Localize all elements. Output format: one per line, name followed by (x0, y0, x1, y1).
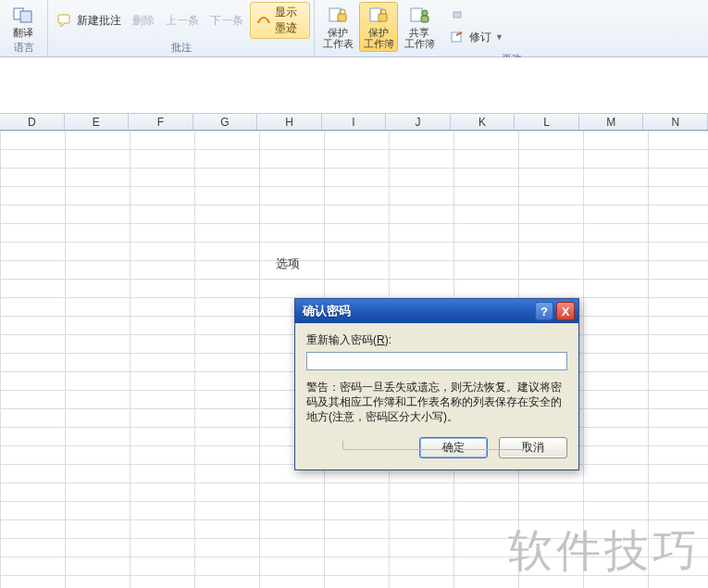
protect-sheet-icon (327, 5, 349, 25)
share-workbook-button[interactable]: 共享工作簿 (400, 2, 439, 52)
revisions-label: 修订 (469, 30, 491, 45)
delete-comment-button: 删除 (128, 10, 159, 31)
svg-point-8 (422, 10, 428, 16)
next-comment-button: 下一条 (205, 10, 248, 31)
dialog-titlebar[interactable]: 确认密码 ? X (295, 299, 578, 323)
svg-rect-4 (338, 14, 346, 21)
share-workbook-icon (408, 5, 430, 25)
lock-small-icon (449, 5, 466, 21)
svg-rect-9 (421, 16, 429, 22)
ribbon: 翻译 语言 新建批注 删除 上一条 下一条 (0, 0, 708, 57)
track-changes-button[interactable]: 修订 ▼ (444, 26, 508, 48)
new-comment-button[interactable]: 新建批注 (52, 9, 126, 31)
protect-workbook-icon (367, 5, 390, 25)
background-options-label: 选项 (276, 256, 300, 272)
new-comment-icon (56, 12, 73, 29)
protect-sheet-button[interactable]: 保护工作表 (318, 2, 357, 52)
password-label: 重新输入密码(R): (306, 332, 567, 348)
watermark: 软件技巧 (508, 521, 701, 581)
show-ink-label: 显示墨迹 (275, 5, 304, 36)
svg-rect-1 (20, 11, 31, 22)
protect-share-button (444, 2, 508, 24)
col-header[interactable]: M (579, 114, 644, 130)
translate-icon (12, 5, 34, 25)
protect-workbook-button[interactable]: 保护工作簿 (359, 2, 398, 52)
col-header[interactable]: J (386, 114, 451, 130)
spreadsheet-area: D E F G H I J K L M N 选项 确认密码 ? X 重新输入密码… (0, 57, 708, 588)
close-button[interactable]: X (556, 302, 575, 320)
group-label-language: 语言 (4, 41, 43, 56)
track-changes-icon (449, 29, 466, 45)
help-button[interactable]: ? (535, 302, 553, 320)
col-header[interactable]: G (193, 114, 258, 130)
svg-rect-6 (379, 14, 387, 21)
dropdown-icon: ▼ (495, 32, 503, 42)
col-header[interactable]: F (129, 114, 193, 130)
password-input[interactable] (306, 352, 567, 370)
col-header[interactable]: N (643, 114, 708, 130)
col-header[interactable]: I (322, 114, 387, 130)
translate-label: 翻译 (13, 27, 33, 38)
ink-icon (256, 13, 271, 29)
warning-text: 警告：密码一旦丢失或遗忘，则无法恢复。建议将密码及其相应工作簿和工作表名称的列表… (306, 380, 567, 424)
col-header[interactable]: D (0, 114, 65, 130)
underlying-dialog-edge (342, 441, 528, 450)
svg-rect-2 (58, 15, 69, 23)
ribbon-group-language: 翻译 语言 (0, 0, 48, 56)
ribbon-group-changes: 保护工作表 保护工作簿 共享工作簿 修订 (315, 0, 708, 56)
svg-rect-7 (411, 8, 422, 21)
col-header[interactable]: K (451, 114, 515, 130)
ribbon-group-comments: 新建批注 删除 上一条 下一条 显示墨迹 批注 (48, 0, 315, 56)
column-headers: D E F G H I J K L M N (0, 113, 708, 131)
svg-rect-10 (453, 12, 461, 18)
group-label-comments: 批注 (52, 41, 310, 56)
new-comment-label: 新建批注 (77, 13, 121, 29)
col-header[interactable]: H (257, 114, 322, 130)
dialog-title: 确认密码 (303, 303, 351, 319)
show-ink-button[interactable]: 显示墨迹 (250, 2, 310, 39)
col-header[interactable]: E (65, 114, 130, 130)
col-header[interactable]: L (515, 114, 579, 130)
prev-comment-button: 上一条 (161, 10, 204, 31)
translate-button[interactable]: 翻译 (4, 2, 43, 41)
